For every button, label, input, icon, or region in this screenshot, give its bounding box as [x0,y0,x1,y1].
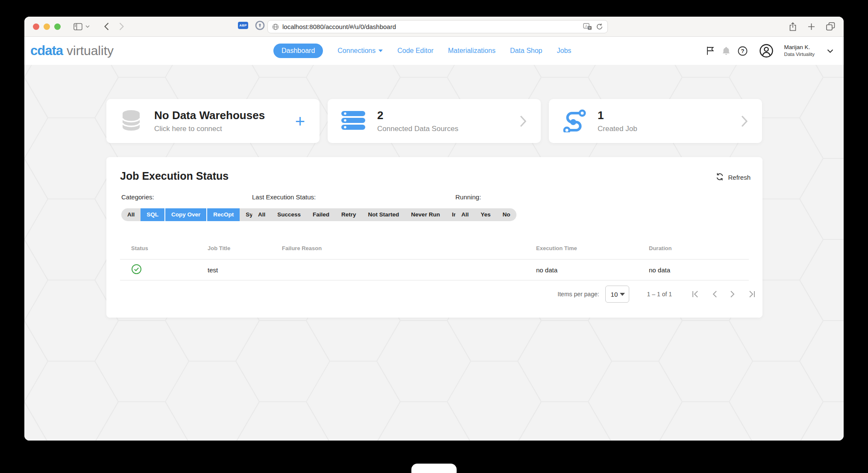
pagination-range: 1 – 1 of 1 [647,291,672,298]
password-extension-icon[interactable] [255,20,265,30]
sidebar-chevron-icon[interactable] [85,25,90,28]
forward-icon[interactable] [119,23,124,30]
flag-icon[interactable] [706,46,715,55]
add-warehouse-plus-icon[interactable]: + [295,113,305,130]
translate-icon[interactable]: A 文 [583,23,592,30]
notifications-bell-icon[interactable] [722,46,730,55]
address-bar[interactable]: localhost:8080/account/#/u/0/dashboard A… [267,20,608,33]
pagination: Items per page: 10 1 – 1 of 1 [557,283,756,305]
chip-running-yes[interactable]: Yes [475,208,496,221]
help-icon[interactable]: ? [738,46,748,56]
table-row[interactable]: test no data no data [120,260,749,280]
filter-categories: Categories: All SQL Copy Over RecOpt Sys… [121,193,272,221]
nav-tab-dashboard[interactable]: Dashboard [273,44,323,58]
share-icon[interactable] [789,22,797,31]
card-connected-data-sources[interactable]: 2 Connected Data Sources [328,99,541,143]
refresh-label: Refresh [728,174,751,181]
chip-running-no[interactable]: No [497,208,516,221]
chip-categories-all[interactable]: All [121,208,141,221]
nav-tab-materializations[interactable]: Materializations [448,47,496,55]
cdata-virtuality-logo[interactable]: cdata virtuality [30,43,114,58]
last-page-button[interactable] [748,290,756,298]
adblock-extension-icon[interactable]: ABP [238,22,248,29]
browser-window: ABP localhost:8080/account/#/u/0/dashboa… [24,17,844,441]
filter-running: Running: All Yes No [455,193,516,221]
zoom-button[interactable] [54,23,61,30]
chip-status-all[interactable]: All [252,208,271,221]
chip-status-never-run[interactable]: Never Run [405,208,446,221]
card-count: 1 [598,109,637,122]
cell-execution-time: no data [536,266,649,274]
chip-status-retry[interactable]: Retry [335,208,362,221]
chip-status-not-started[interactable]: Not Started [362,208,405,221]
chip-running-all[interactable]: All [455,208,475,221]
refresh-icon [716,172,724,182]
user-name: Marijan K. [784,44,815,51]
app-content: cdata virtuality Dashboard Connections C… [24,37,844,441]
nav-tab-connections[interactable]: Connections [337,47,383,55]
filter-label: Categories: [121,193,272,201]
stat-cards-row: No Data Warehouses Click here to connect… [106,99,762,143]
table-header-row: Status Job Title Failure Reason Executio… [120,242,749,260]
user-info[interactable]: Marijan K. Data Virtuality [784,44,815,57]
job-table: Status Job Title Failure Reason Executio… [120,242,749,280]
card-created-jobs[interactable]: 1 Created Job [549,99,762,143]
sidebar-toggle-icon[interactable] [73,23,82,30]
nav-tab-jobs[interactable]: Jobs [557,47,572,55]
filter-label: Running: [455,193,516,201]
logo-virtuality: virtuality [67,44,114,58]
card-subtitle: Click here to connect [154,125,265,133]
database-icon [119,108,143,134]
first-page-button[interactable] [692,290,699,298]
user-org: Data Virtuality [784,51,815,57]
card-title: No Data Warehouses [154,109,265,122]
logo-cdata: cdata [30,43,63,58]
chip-categories-copy-over[interactable]: Copy Over [164,208,206,221]
chip-categories-recopt[interactable]: RecOpt [206,208,240,221]
svg-text:文: 文 [588,26,591,30]
chip-status-success[interactable]: Success [271,208,307,221]
items-per-page-value: 10 [611,291,620,298]
items-per-page-select[interactable]: 10 [605,286,629,303]
dock-item [411,464,457,473]
previous-page-button[interactable] [712,290,717,298]
card-subtitle: Connected Data Sources [377,125,458,133]
column-header-execution-time: Execution Time [536,245,649,251]
tab-overview-icon[interactable] [826,22,835,31]
globe-icon [272,23,279,30]
traffic-lights [33,23,61,30]
next-page-button[interactable] [730,290,735,298]
close-button[interactable] [33,23,39,30]
new-tab-icon[interactable] [808,23,815,30]
column-header-failure-reason: Failure Reason [282,245,536,251]
app-header: cdata virtuality Dashboard Connections C… [24,37,844,65]
minimize-button[interactable] [44,23,50,30]
chip-categories-sql[interactable]: SQL [141,208,164,221]
items-per-page-label: Items per page: [557,291,599,298]
user-menu-chevron-icon[interactable] [827,49,833,53]
card-count: 2 [377,109,458,122]
panel-title: Job Execution Status [120,170,229,182]
svg-text:?: ? [741,48,744,54]
nav-tab-data-shop[interactable]: Data Shop [510,47,542,55]
success-check-icon [131,264,208,276]
browser-toolbar: ABP localhost:8080/account/#/u/0/dashboa… [24,17,844,37]
chevron-right-icon[interactable] [741,115,748,127]
back-icon[interactable] [104,23,109,30]
reload-icon[interactable] [596,23,603,30]
job-execution-status-panel: Job Execution Status Refresh Categories:… [106,157,762,318]
select-caret-icon [620,293,625,296]
column-header-duration: Duration [649,245,749,251]
main-navigation: Dashboard Connections Code Editor Materi… [273,37,571,65]
chevron-right-icon[interactable] [520,115,526,127]
refresh-button[interactable]: Refresh [716,172,751,182]
url-text[interactable]: localhost:8080/account/#/u/0/dashboard [282,23,580,30]
user-avatar-icon[interactable] [759,44,774,58]
card-data-warehouses[interactable]: No Data Warehouses Click here to connect… [106,99,320,143]
card-subtitle: Created Job [598,125,637,133]
filter-label: Last Execution Status: [252,193,488,201]
nav-tab-code-editor[interactable]: Code Editor [397,47,434,55]
chevron-down-icon [378,50,383,52]
cell-job-title: test [208,266,282,274]
chip-status-failed[interactable]: Failed [307,208,335,221]
